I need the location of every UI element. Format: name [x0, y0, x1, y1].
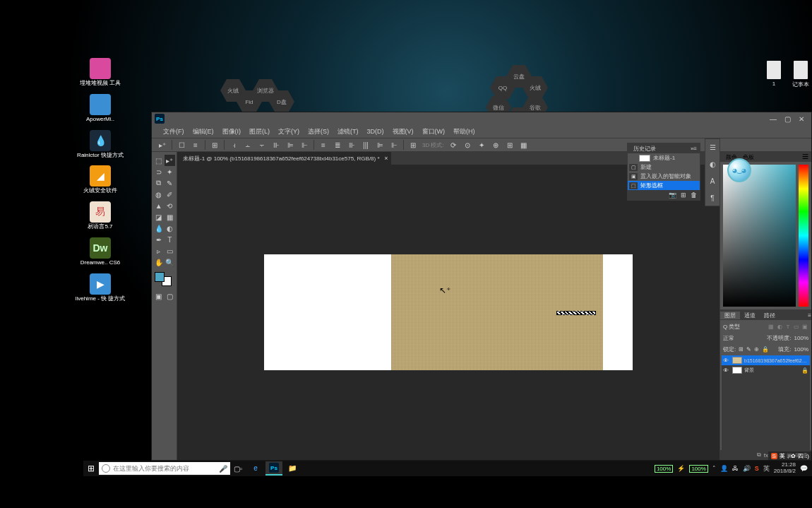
tray-ime-lang[interactable]: 英: [763, 464, 770, 473]
filter-type-icon[interactable]: T: [784, 323, 792, 330]
menu-filter[interactable]: 滤镜(T): [333, 126, 363, 138]
tool-screenmode[interactable]: ▢: [166, 290, 174, 302]
history-new-state-icon[interactable]: ⊞: [681, 191, 686, 199]
layers-tab-paths[interactable]: 路径: [760, 312, 780, 319]
tool-heal[interactable]: ◍: [153, 189, 165, 200]
doc-tab-untitled[interactable]: 未标题-1 @ 100% (b15168198618367a652feef624…: [177, 152, 391, 165]
tool-stamp[interactable]: ▲: [153, 200, 165, 211]
desktop-icon-bilibili[interactable]: 埋堆堆视频 工具: [83, 58, 117, 87]
menu-layer[interactable]: 图层(L): [245, 126, 274, 138]
tool-shape[interactable]: ▭: [165, 245, 176, 256]
layer-visibility-icon[interactable]: 👁: [723, 358, 730, 364]
menu-type[interactable]: 文字(Y): [274, 126, 304, 138]
opt-align-4[interactable]: ⊪: [271, 140, 281, 150]
history-panel-menu[interactable]: »≡: [691, 146, 697, 152]
opt-dist-4[interactable]: |||: [361, 140, 371, 150]
menu-view[interactable]: 视图(V): [388, 126, 418, 138]
tool-eraser[interactable]: ◪: [153, 211, 165, 223]
desktop-icon-dreamweaver[interactable]: DwDreamwe.. CS6: [83, 237, 117, 266]
opt-align-2[interactable]: ⫠: [243, 140, 253, 150]
tool-quickmask[interactable]: ▣: [155, 290, 163, 302]
opt-dist-2[interactable]: ≣: [333, 140, 342, 150]
collapsed-adjustments-icon[interactable]: ◐: [707, 159, 717, 169]
desktop-icon-apower[interactable]: ApowerMi..: [83, 94, 117, 123]
ime-skin-icon[interactable]: ✿: [791, 453, 796, 459]
lock-all-icon[interactable]: 🔒: [762, 346, 769, 353]
lock-pos-icon[interactable]: ⊕: [754, 346, 759, 353]
tool-type[interactable]: T: [165, 234, 176, 245]
layers-tab-channels[interactable]: 通道: [740, 312, 760, 319]
menu-edit[interactable]: 编辑(E): [189, 126, 218, 138]
tool-hand[interactable]: ✋: [153, 256, 165, 268]
ime-sogou-icon[interactable]: S: [771, 453, 777, 459]
opt-3d-5[interactable]: ⊞: [505, 140, 515, 150]
opt-3d-2[interactable]: ⊙: [462, 140, 472, 150]
tool-marquee[interactable]: ⬚: [153, 155, 165, 166]
collapsed-char-icon[interactable]: A: [707, 176, 717, 186]
color-swatch[interactable]: [155, 272, 172, 286]
tool-eyedropper[interactable]: ✎: [165, 177, 176, 189]
layer-name[interactable]: b15168198367a652feef624...: [744, 358, 808, 363]
close-button[interactable]: ✕: [794, 114, 808, 124]
desktop-icon-eyuyan[interactable]: 易易语言5.7: [83, 201, 117, 230]
tool-path[interactable]: ▹: [153, 245, 165, 256]
ime-keyboard-icon[interactable]: 四: [798, 452, 804, 460]
filter-smart-icon[interactable]: ▣: [801, 323, 808, 330]
link-layers-icon[interactable]: ⧉: [757, 451, 761, 459]
desktop-icon-rainlector[interactable]: 💧Rainlctor 快捷方式: [83, 130, 117, 159]
ps-titlebar[interactable]: Ps — ▢ ✕: [152, 112, 811, 125]
filter-shape-icon[interactable]: ▭: [793, 323, 800, 330]
battery-indicator-1[interactable]: 100%: [655, 465, 673, 473]
layer-thumb[interactable]: [732, 357, 742, 364]
history-camera-icon[interactable]: 📷: [669, 191, 676, 199]
menu-window[interactable]: 窗口(W): [418, 126, 450, 138]
task-view-button[interactable]: ▢▫: [230, 465, 246, 473]
desktop-file-notepad[interactable]: 记事本: [792, 61, 809, 88]
tool-history-brush[interactable]: ⟲: [165, 200, 176, 211]
layer-item-texture[interactable]: 👁 b15168198367a652feef624...: [722, 355, 810, 365]
lock-trans-icon[interactable]: ⊞: [739, 346, 744, 353]
taskbar-clock[interactable]: 21:28 2018/8/2: [774, 462, 796, 475]
opt-auto-select[interactable]: ☐: [177, 140, 186, 150]
opt-3d-4[interactable]: ⊕: [491, 140, 501, 150]
history-step-place[interactable]: ▣置入嵌入的智能对象: [628, 172, 700, 181]
canvas-viewport[interactable]: ↖⁺: [177, 165, 720, 460]
mic-icon[interactable]: 🎤: [219, 465, 227, 473]
tray-people-icon[interactable]: 👤: [720, 465, 728, 472]
menu-3d[interactable]: 3D(D): [363, 126, 388, 136]
collapsed-para-icon[interactable]: ¶: [707, 193, 717, 203]
search-input[interactable]: [113, 465, 216, 472]
canvas[interactable]: ↖⁺: [264, 254, 633, 370]
assistant-bubble[interactable]: ◕‿◕: [727, 158, 751, 182]
opt-align-1[interactable]: ⫞: [229, 140, 239, 150]
tray-ime-s-icon[interactable]: S: [755, 465, 759, 472]
blend-mode-select[interactable]: 正常: [723, 334, 734, 342]
menu-image[interactable]: 图像(I): [218, 126, 246, 138]
tool-blur[interactable]: 💧: [153, 223, 165, 234]
opt-3d-6[interactable]: ▦: [519, 140, 529, 150]
layer-item-background[interactable]: 👁 背景 🔒: [722, 365, 810, 375]
opt-layers-dropdown[interactable]: ≡: [191, 140, 201, 150]
opt-transform-controls[interactable]: ⊞: [210, 140, 220, 150]
filter-adjust-icon[interactable]: ◐: [776, 323, 783, 330]
opt-3d-3[interactable]: ✦: [477, 140, 486, 150]
lock-pixels-icon[interactable]: ✎: [746, 346, 751, 353]
opt-align-5[interactable]: ⊫: [285, 140, 295, 150]
tool-wand[interactable]: ✦: [165, 166, 176, 177]
opt-auto-align[interactable]: ⊞: [408, 140, 418, 150]
desktop-icon-livehime[interactable]: ▶livehime - 快 捷方式: [83, 273, 117, 302]
layers-panel-menu[interactable]: ≡: [808, 312, 811, 319]
tool-crop[interactable]: ⧉: [153, 177, 165, 189]
menu-select[interactable]: 选择(S): [304, 126, 333, 138]
layer-visibility-icon[interactable]: 👁: [723, 367, 730, 374]
taskbar-search[interactable]: 🎤: [99, 462, 230, 475]
history-delete-icon[interactable]: 🗑: [691, 191, 697, 199]
tray-expand-icon[interactable]: ˄: [712, 465, 716, 472]
tray-volume-icon[interactable]: 🔊: [743, 465, 751, 472]
menu-file[interactable]: 文件(F): [159, 126, 189, 138]
tool-brush[interactable]: ✐: [165, 189, 176, 200]
opt-dist-1[interactable]: ≡: [318, 140, 328, 150]
ime-menu-icon[interactable]: :): [806, 453, 809, 459]
tool-move[interactable]: ▸⁺: [165, 155, 176, 166]
tool-gradient[interactable]: ▦: [165, 211, 176, 223]
